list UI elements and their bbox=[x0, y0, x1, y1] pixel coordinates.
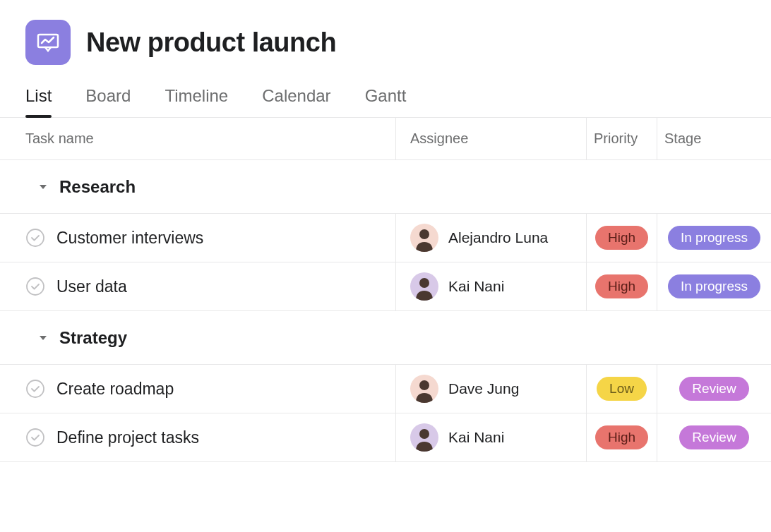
column-header-task[interactable]: Task name bbox=[0, 118, 395, 159]
assignee-name: Kai Nani bbox=[448, 278, 504, 295]
task-row[interactable]: User data Kai Nani High In progress bbox=[0, 262, 771, 311]
task-name: Create roadmap bbox=[56, 380, 174, 399]
assignee-name: Dave Jung bbox=[448, 380, 519, 397]
caret-down-icon bbox=[38, 182, 48, 192]
stage-cell[interactable]: Review bbox=[657, 365, 771, 413]
check-circle-icon[interactable] bbox=[25, 379, 45, 399]
avatar[interactable] bbox=[410, 423, 438, 452]
caret-down-icon bbox=[38, 333, 48, 343]
section-name: Research bbox=[59, 177, 136, 197]
tab-calendar[interactable]: Calendar bbox=[262, 86, 330, 117]
priority-badge: High bbox=[595, 274, 648, 298]
task-name-cell[interactable]: Create roadmap bbox=[0, 365, 395, 413]
check-circle-icon[interactable] bbox=[25, 277, 45, 296]
svg-point-8 bbox=[419, 429, 429, 439]
svg-point-2 bbox=[419, 229, 429, 239]
priority-badge: High bbox=[595, 226, 648, 250]
view-tabs: List Board Timeline Calendar Gantt bbox=[0, 73, 771, 118]
assignee-cell[interactable]: Kai Nani bbox=[395, 413, 586, 461]
assignee-cell[interactable]: Kai Nani bbox=[395, 262, 586, 310]
svg-point-1 bbox=[27, 229, 44, 246]
priority-cell[interactable]: High bbox=[586, 262, 657, 310]
svg-point-6 bbox=[419, 380, 429, 390]
stage-badge: Review bbox=[679, 377, 748, 401]
priority-cell[interactable]: High bbox=[586, 413, 657, 461]
avatar[interactable] bbox=[410, 375, 438, 403]
priority-badge: High bbox=[595, 425, 648, 449]
avatar[interactable] bbox=[410, 272, 438, 301]
assignee-cell[interactable]: Dave Jung bbox=[395, 365, 586, 413]
stage-cell[interactable]: In progress bbox=[657, 214, 771, 262]
stage-cell[interactable]: Review bbox=[657, 413, 771, 461]
task-name: User data bbox=[56, 277, 127, 296]
section-name: Strategy bbox=[59, 328, 127, 348]
check-circle-icon[interactable] bbox=[25, 428, 45, 447]
column-header-assignee[interactable]: Assignee bbox=[395, 118, 586, 159]
table-header-row: Task name Assignee Priority Stage bbox=[0, 118, 771, 160]
tab-timeline[interactable]: Timeline bbox=[165, 86, 228, 117]
assignee-name: Kai Nani bbox=[448, 429, 504, 446]
assignee-name: Alejandro Luna bbox=[448, 229, 548, 246]
svg-point-4 bbox=[419, 278, 429, 288]
svg-point-3 bbox=[27, 278, 44, 295]
task-name: Define project tasks bbox=[56, 428, 199, 447]
section-header[interactable]: Research bbox=[0, 160, 771, 214]
assignee-cell[interactable]: Alejandro Luna bbox=[395, 214, 586, 262]
svg-point-7 bbox=[27, 429, 44, 446]
task-name-cell[interactable]: User data bbox=[0, 262, 395, 310]
svg-point-5 bbox=[27, 380, 44, 397]
task-row[interactable]: Create roadmap Dave Jung Low Review bbox=[0, 364, 771, 413]
task-list-body: Research Customer interviews Alejandro L… bbox=[0, 160, 771, 462]
project-icon bbox=[25, 20, 71, 65]
tab-list[interactable]: List bbox=[25, 86, 52, 117]
task-name: Customer interviews bbox=[56, 229, 203, 248]
stage-badge: In progress bbox=[668, 226, 760, 250]
section-header[interactable]: Strategy bbox=[0, 311, 771, 365]
stage-cell[interactable]: In progress bbox=[657, 262, 771, 310]
task-row[interactable]: Customer interviews Alejandro Luna High … bbox=[0, 213, 771, 262]
task-row[interactable]: Define project tasks Kai Nani High Revie… bbox=[0, 413, 771, 462]
column-header-stage[interactable]: Stage bbox=[657, 118, 771, 159]
priority-badge: Low bbox=[597, 377, 647, 401]
tab-gantt[interactable]: Gantt bbox=[365, 86, 407, 117]
column-header-priority[interactable]: Priority bbox=[586, 118, 657, 159]
priority-cell[interactable]: High bbox=[586, 214, 657, 262]
avatar[interactable] bbox=[410, 224, 438, 252]
task-name-cell[interactable]: Define project tasks bbox=[0, 413, 395, 461]
project-header: New product launch bbox=[0, 0, 771, 73]
tab-board[interactable]: Board bbox=[85, 86, 131, 117]
check-circle-icon[interactable] bbox=[25, 228, 45, 248]
task-name-cell[interactable]: Customer interviews bbox=[0, 214, 395, 262]
stage-badge: Review bbox=[679, 425, 748, 449]
stage-badge: In progress bbox=[668, 274, 760, 298]
project-title: New product launch bbox=[86, 28, 336, 58]
priority-cell[interactable]: Low bbox=[586, 365, 657, 413]
